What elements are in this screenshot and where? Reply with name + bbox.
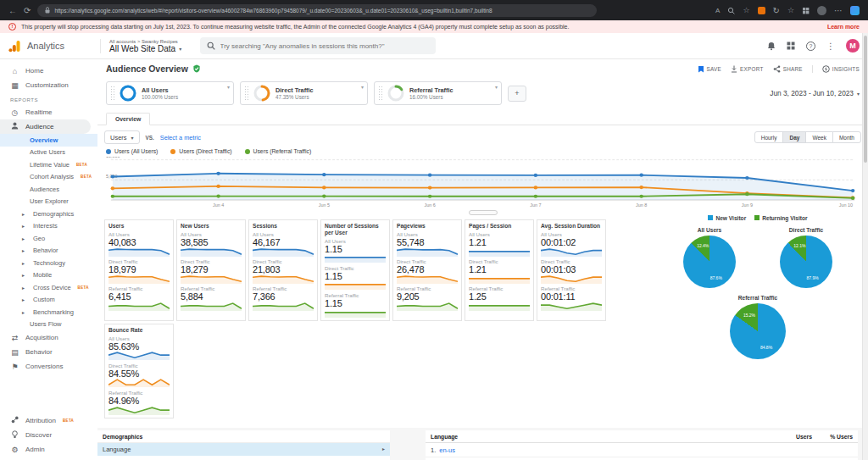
segment-chip-all-users[interactable]: All Users100.00% Users ▾	[106, 81, 234, 105]
scorecard-pageviews[interactable]: Pageviews All Users55,748 Direct Traffic…	[392, 219, 462, 321]
scorecard-avg-session-duration[interactable]: Avg. Session Duration All Users00:01:02 …	[537, 219, 606, 321]
drag-handle[interactable]	[378, 86, 382, 101]
text-zoom-icon[interactable]: A	[715, 7, 720, 14]
scorecard-bounce-rate[interactable]: Bounce Rate All Users85.63% Direct Traff…	[104, 324, 174, 418]
scorecard-users[interactable]: Users All Users40,083 Direct Traffic18,9…	[104, 219, 174, 321]
notifications-bell-icon[interactable]	[767, 42, 776, 51]
demographics-country-row[interactable]: Country	[97, 456, 390, 460]
chevron-down-icon[interactable]: ▾	[227, 84, 230, 90]
sidebar-item-cross-device[interactable]: ▸Cross DeviceBETA	[0, 281, 97, 294]
chart-scroll-handle[interactable]	[469, 210, 498, 215]
collections-icon[interactable]: ☆	[787, 6, 794, 14]
scorecard-sessions[interactable]: Sessions All Users46,167 Direct Traffic2…	[248, 219, 318, 321]
sidebar-item-users-flow[interactable]: Users Flow	[0, 319, 97, 331]
insights-button[interactable]: INSIGHTS	[812, 65, 860, 73]
drag-handle[interactable]	[244, 86, 248, 101]
sidebar-item-behavior-report[interactable]: ▤Behavior	[0, 345, 97, 359]
overview-panel: Users▾ VS. Select a metric Hourly Day We…	[97, 125, 868, 428]
sidebar-item-discover[interactable]: Discover	[0, 428, 97, 442]
sidebar-item-conversions[interactable]: ⚑Conversions	[0, 359, 97, 374]
favorites-star-icon[interactable]: ☆	[743, 6, 749, 14]
extension-icon[interactable]	[758, 7, 765, 14]
sidebar-item-user-explorer[interactable]: User Explorer	[0, 196, 97, 208]
granularity-hourly[interactable]: Hourly	[754, 131, 784, 143]
granularity-week[interactable]: Week	[805, 131, 833, 143]
learn-more-link[interactable]: Learn more	[827, 24, 860, 30]
segment-chip-direct-traffic[interactable]: Direct Traffic47.35% Users ▾	[240, 81, 368, 105]
segment-chip-referral-traffic[interactable]: Referral Traffic16.00% Users ▾	[374, 81, 502, 105]
back-icon[interactable]: ←	[8, 6, 17, 15]
chevron-down-icon[interactable]: ▾	[361, 84, 364, 90]
demographics-language-row[interactable]: Language▸	[97, 443, 390, 456]
sidebar-item-acquisition[interactable]: ⇄Acquisition	[0, 330, 97, 345]
reports-section-label: REPORTS	[0, 92, 97, 105]
pie-direct-traffic[interactable]: 12.1% 87.9%	[780, 236, 832, 288]
save-button[interactable]: SAVE	[698, 65, 722, 73]
more-options-icon[interactable]: ⋮	[826, 42, 835, 51]
scorecard-sessions-per-user[interactable]: Number of Sessions per User All Users1.1…	[320, 219, 390, 321]
drag-handle[interactable]	[110, 86, 114, 101]
scrollbar-thumb[interactable]	[864, 36, 867, 163]
metric-dropdown[interactable]: Users▾	[104, 130, 140, 144]
share-button[interactable]: SHARE	[773, 65, 803, 73]
apps-grid-icon[interactable]	[787, 42, 795, 50]
users-column-header[interactable]: Users	[753, 434, 812, 440]
sidebar-item-audiences[interactable]: Audiences	[0, 183, 97, 196]
granularity-day[interactable]: Day	[782, 131, 806, 143]
sidebar-item-custom[interactable]: ▸Custom	[0, 294, 97, 307]
user-avatar[interactable]: M	[846, 39, 860, 53]
insights-icon	[822, 65, 830, 73]
sidebar-item-demographics[interactable]: ▸Demographics	[0, 208, 97, 220]
en-us-link[interactable]: en-us	[439, 446, 455, 454]
sidebar-item-geo[interactable]: ▸Geo	[0, 232, 97, 245]
help-icon[interactable]: ?	[806, 42, 815, 51]
chevron-down-icon[interactable]: ▾	[495, 84, 498, 90]
sidebar-item-technology[interactable]: ▸Technology	[0, 257, 97, 269]
sidebar-item-home[interactable]: ⌂Home	[0, 64, 97, 78]
sidebar-item-benchmarking[interactable]: ▸Benchmarking	[0, 306, 97, 319]
granularity-month[interactable]: Month	[832, 131, 861, 143]
banner-text: This property will stop processing data …	[21, 24, 569, 30]
sync-icon[interactable]: ↻	[773, 6, 780, 15]
percent-users-column-header[interactable]: % Users	[812, 434, 853, 440]
sidebar-item-behavior[interactable]: ▸Behavior	[0, 245, 97, 258]
sidebar-item-admin[interactable]: ⚙Admin	[0, 442, 97, 457]
scorecard-pages-per-session[interactable]: Pages / Session All Users1.21 Direct Tra…	[465, 219, 534, 321]
url-bar[interactable]: https://analytics.google.com/analytics/w…	[37, 4, 597, 17]
add-segment-button[interactable]: +	[508, 86, 526, 102]
sidebar-item-customization[interactable]: ▦Customization	[0, 78, 97, 92]
svg-text:Jun 4: Jun 4	[213, 202, 224, 208]
search-bar[interactable]	[200, 37, 436, 54]
search-input[interactable]	[220, 42, 430, 50]
sidebar-item-active-users[interactable]: Active Users	[0, 147, 97, 159]
date-range-picker[interactable]: Jun 3, 2023 - Jun 10, 2023▾	[770, 89, 860, 97]
scorecard-new-users[interactable]: New Users All Users38,585 Direct Traffic…	[176, 219, 246, 321]
account-picker[interactable]: All accounts > Swanky Recipes All Web Si…	[100, 39, 181, 53]
sidebar-item-interests[interactable]: ▸Interests	[0, 220, 97, 233]
browser-profile-avatar[interactable]	[817, 6, 826, 15]
sidebar-item-cohort-analysis[interactable]: Cohort AnalysisBETA	[0, 171, 97, 184]
select-metric-link[interactable]: Select a metric	[160, 134, 201, 141]
analytics-logo[interactable]: Analytics	[8, 40, 92, 53]
language-table: Language Users % Users 1. en-us All User…	[426, 430, 858, 460]
sidebar-item-mobile[interactable]: ▸Mobile	[0, 269, 97, 282]
copilot-icon[interactable]	[850, 6, 860, 15]
conversions-flag-icon: ⚑	[10, 363, 19, 371]
users-timeseries-chart[interactable]: 5,00010,000Jun 4Jun 5Jun 6Jun 7Jun 8Jun …	[104, 157, 861, 209]
pie-referral-traffic[interactable]: 15.2% 84.8%	[730, 303, 786, 359]
tab-overview[interactable]: Overview	[106, 113, 150, 125]
pie-all-users[interactable]: 12.4% 87.6%	[683, 236, 736, 288]
extensions-puzzle-icon[interactable]	[802, 7, 810, 14]
page-scrollbar[interactable]	[862, 33, 868, 460]
sidebar-item-audience[interactable]: Audience	[0, 119, 91, 134]
sidebar-item-realtime[interactable]: ◷Realtime	[0, 105, 97, 119]
browser-menu-icon[interactable]: ⋯	[834, 6, 843, 15]
search-page-icon[interactable]	[727, 7, 735, 14]
pie-legend: New Visitor Returning Visitor	[661, 215, 854, 221]
export-button[interactable]: EXPORT	[731, 65, 764, 73]
svg-text:Jun 7: Jun 7	[530, 202, 541, 208]
refresh-icon[interactable]: ⟳	[24, 6, 31, 15]
sidebar-item-overview[interactable]: Overview	[0, 134, 97, 147]
sidebar-item-lifetime-value[interactable]: Lifetime ValueBETA	[0, 158, 97, 171]
sidebar-item-attribution[interactable]: AttributionBETA	[0, 413, 97, 428]
